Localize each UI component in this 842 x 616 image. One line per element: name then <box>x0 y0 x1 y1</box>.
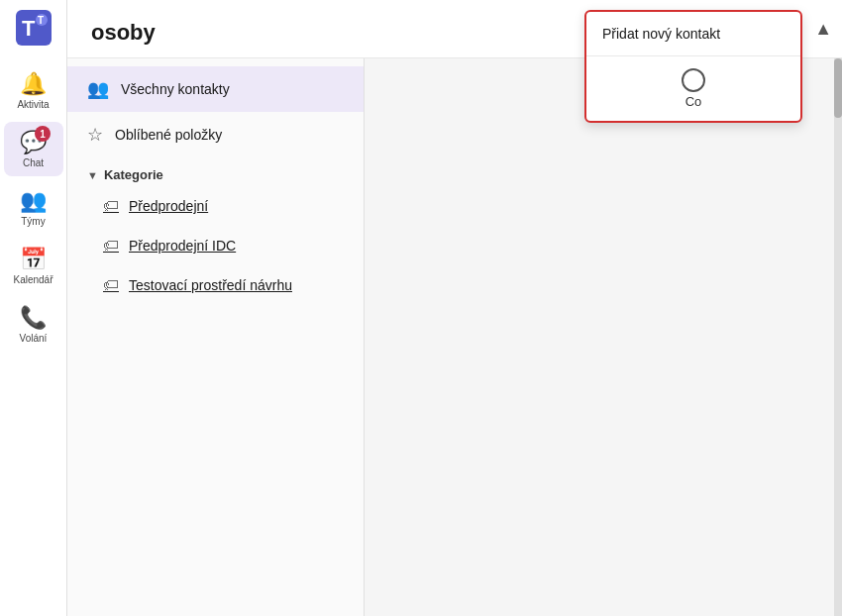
scrollbar-thumb[interactable] <box>834 58 842 118</box>
all-contacts-label: Všechny kontakty <box>121 81 230 97</box>
chat-icon: 💬 1 <box>20 130 47 155</box>
content-area: 👥 Všechny kontakty ☆ Oblíbené položky ▼ … <box>67 58 842 616</box>
sidebar-item-chat[interactable]: 💬 1 Chat <box>4 122 63 176</box>
tag-icon-1: 🏷 <box>103 237 119 255</box>
chat-badge: 1 <box>35 126 51 142</box>
all-contacts-icon: 👥 <box>87 78 109 100</box>
star-icon: ☆ <box>87 124 103 146</box>
sidebar-label-kalendar: Kalendář <box>13 274 53 285</box>
phone-icon: 📞 <box>20 305 47 331</box>
category-label-0: Předprodejní <box>129 198 208 214</box>
category-item-0[interactable]: 🏷 Předprodejní <box>67 186 364 226</box>
sidebar-item-kalendar[interactable]: 📅 Kalendář <box>4 239 63 293</box>
dropdown-arrow: ▲ <box>814 19 832 40</box>
favorites-label: Oblíbené položky <box>115 127 222 143</box>
sidebar: T T 🔔 Aktivita 💬 1 Chat 👥 Týmy 📅 Kalendá… <box>0 0 67 616</box>
sidebar-label-volani: Volání <box>20 333 48 344</box>
category-label-2: Testovací prostředí návrhu <box>129 277 292 293</box>
teams-logo: T T <box>14 8 53 48</box>
teams-icon: 👥 <box>20 188 47 214</box>
sidebar-item-aktivita[interactable]: 🔔 Aktivita <box>4 63 63 118</box>
categories-label: Kategorie <box>104 167 163 182</box>
sidebar-item-tymy[interactable]: 👥 Týmy <box>4 180 63 235</box>
favorites-item[interactable]: ☆ Oblíbené položky <box>67 112 364 157</box>
categories-section-header[interactable]: ▼ Kategorie <box>67 157 364 186</box>
category-item-2[interactable]: 🏷 Testovací prostředí návrhu <box>67 265 364 305</box>
bell-icon: 🔔 <box>20 71 47 97</box>
chevron-down-icon: ▼ <box>87 169 98 181</box>
tag-icon-2: 🏷 <box>103 276 119 294</box>
person-circle-icon <box>682 68 705 92</box>
svg-text:T: T <box>22 16 36 41</box>
dropdown-secondary-item[interactable]: Co <box>586 56 800 121</box>
sidebar-label-chat: Chat <box>23 157 44 168</box>
sidebar-item-volani[interactable]: 📞 Volání <box>4 297 63 352</box>
add-contact-dropdown: Přidat nový kontakt Co <box>584 10 802 123</box>
contacts-panel: 👥 Všechny kontakty ☆ Oblíbené položky ▼ … <box>67 58 365 616</box>
all-contacts-item[interactable]: 👥 Všechny kontakty <box>67 66 364 112</box>
category-item-1[interactable]: 🏷 Předprodejní IDC <box>67 226 364 265</box>
category-label-1: Předprodejní IDC <box>129 238 236 254</box>
svg-text:T: T <box>38 15 44 26</box>
sidebar-label-tymy: Týmy <box>21 216 45 227</box>
right-panel <box>365 58 842 616</box>
sidebar-label-aktivita: Aktivita <box>17 99 49 110</box>
tag-icon-0: 🏷 <box>103 197 119 215</box>
main-area: osoby Přidat nový kontakt Co ▲ 👥 Všechny… <box>67 0 842 616</box>
header: osoby Přidat nový kontakt Co ▲ <box>67 0 842 58</box>
page-title: osoby <box>91 20 156 46</box>
dropdown-secondary-label: Co <box>685 94 702 109</box>
add-new-contact-item[interactable]: Přidat nový kontakt <box>586 12 800 56</box>
scrollbar-track[interactable] <box>834 58 842 616</box>
calendar-icon: 📅 <box>20 247 47 272</box>
